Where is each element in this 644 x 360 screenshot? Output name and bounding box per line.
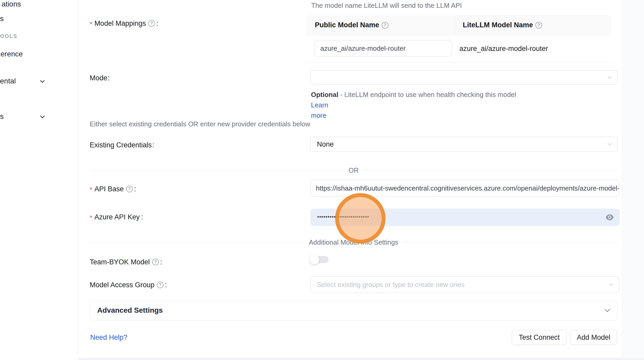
masked-password-value: •••••••••••••••••••••••••: [317, 209, 369, 226]
team-byok-label: Team-BYOK Model ? :: [90, 258, 162, 266]
label-text: API Base: [94, 185, 124, 193]
page-background: [622, 0, 644, 358]
or-divider-text: OR: [343, 166, 365, 174]
label-colon: :: [141, 213, 143, 221]
column-header-litellm-model-name: LiteLLM Model Name ?: [455, 15, 611, 35]
advanced-settings-label: Advanced Settings: [90, 306, 163, 315]
eye-icon[interactable]: [605, 212, 615, 222]
need-help-link[interactable]: Need Help?: [90, 333, 127, 342]
additional-settings-divider-text: Additional Model Info Settings: [303, 238, 404, 246]
sidebar-item-erence[interactable]: erence: [1, 50, 23, 58]
public-model-name-input[interactable]: azure_ai/azure-model-router: [314, 40, 452, 57]
input-value: https://ishaa-mh6uutut-swedencentral.cog…: [311, 184, 619, 192]
learn-more-link[interactable]: more: [311, 112, 326, 119]
mode-select[interactable]: [310, 70, 618, 84]
sidebar-nav: ations s TOOLS erence ental s: [0, 0, 78, 360]
page-background: [78, 358, 644, 360]
help-text: - LiteLLM endpoint to use when health ch…: [338, 91, 516, 99]
divider-line: [365, 170, 618, 171]
mode-label: Mode :: [90, 74, 110, 82]
add-model-button[interactable]: Add Model: [570, 330, 617, 345]
help-icon[interactable]: ?: [126, 186, 133, 192]
label-colon: :: [165, 281, 167, 289]
table-row: azure_ai/azure-model-router azure_ai/azu…: [307, 35, 611, 62]
select-value: None: [311, 140, 334, 148]
test-connect-button[interactable]: Test Connect: [512, 330, 567, 345]
chevron-down-icon: [605, 309, 610, 312]
sidebar-section-tools: TOOLS: [0, 33, 17, 39]
sidebar-item-s1[interactable]: s: [0, 15, 4, 23]
help-bold: Optional: [311, 91, 338, 99]
help-icon[interactable]: ?: [152, 259, 159, 265]
help-icon[interactable]: ?: [157, 282, 164, 288]
model-mappings-table: Public Model Name ? LiteLLM Model Name ?…: [307, 15, 611, 62]
model-mappings-label: * Model Mappings ? :: [90, 19, 158, 28]
label-colon: :: [152, 141, 154, 149]
existing-credentials-select[interactable]: None: [310, 137, 618, 152]
table-header-row: Public Model Name ? LiteLLM Model Name ?: [307, 15, 611, 35]
additional-settings-divider: Additional Model Info Settings: [90, 238, 617, 246]
label-text: Model Mappings: [94, 19, 146, 28]
required-asterisk: *: [90, 214, 92, 222]
cell-value: azure_ai/azure-model-router: [459, 45, 548, 53]
azure-api-key-input[interactable]: •••••••••••••••••••••••••: [310, 209, 620, 226]
required-asterisk: *: [90, 20, 92, 28]
select-placeholder: Select existing groups or type to create…: [311, 281, 465, 289]
divider-line: [90, 170, 343, 171]
column-header-label: LiteLLM Model Name: [463, 21, 533, 29]
or-divider: OR: [90, 166, 617, 174]
required-asterisk: *: [90, 186, 92, 194]
sidebar-item-label: ations: [2, 0, 21, 8]
public-model-name-cell: azure_ai/azure-model-router: [307, 35, 455, 62]
learn-more-link[interactable]: Learn: [311, 101, 328, 109]
sidebar-item-ations[interactable]: ations: [2, 0, 21, 8]
label-colon: :: [134, 185, 136, 193]
label-colon: :: [156, 19, 158, 28]
help-icon[interactable]: ?: [382, 22, 388, 29]
label-text: Team-BYOK Model: [90, 258, 150, 266]
sidebar-item-label: s: [0, 15, 4, 23]
model-access-group-select[interactable]: Select existing groups or type to create…: [310, 276, 619, 293]
sidebar-item-ental[interactable]: ental: [0, 77, 16, 85]
label-colon: :: [108, 74, 110, 82]
label-colon: :: [160, 258, 162, 266]
help-icon[interactable]: ?: [535, 22, 542, 29]
sidebar-section-label: TOOLS: [0, 33, 17, 39]
sidebar-item-label: s: [0, 112, 4, 120]
add-model-page: ations s TOOLS erence ental s The model …: [0, 0, 644, 360]
input-value: azure_ai/azure-model-router: [320, 44, 406, 53]
credentials-note: Either select existing credentials OR en…: [90, 120, 310, 128]
api-base-label: * API Base ? :: [90, 185, 136, 193]
model-name-hint: The model name LiteLLM will send to the …: [311, 2, 462, 10]
divider-line: [404, 242, 617, 243]
api-base-input[interactable]: https://ishaa-mh6uutut-swedencentral.cog…: [310, 180, 619, 197]
existing-credentials-label: Existing Credentials :: [90, 141, 154, 149]
label-text: Model Access Group: [90, 281, 154, 289]
chevron-down-icon: [608, 76, 612, 79]
litellm-model-name-cell: azure_ai/azure-model-router: [455, 35, 611, 62]
toggle-knob: [310, 255, 319, 264]
mode-help-text: Optional - LiteLLM endpoint to use when …: [311, 89, 529, 121]
column-header-public-model-name: Public Model Name ?: [307, 15, 455, 35]
advanced-settings-panel[interactable]: Advanced Settings: [90, 300, 617, 320]
azure-api-key-label: * Azure API Key :: [90, 213, 143, 221]
chevron-down-icon: [39, 113, 46, 120]
label-text: Existing Credentials: [90, 141, 152, 149]
help-icon[interactable]: ?: [148, 20, 155, 27]
chevron-down-icon: [608, 143, 612, 146]
model-access-group-label: Model Access Group ? :: [90, 280, 167, 289]
label-text: Mode: [90, 74, 107, 82]
label-text: Azure API Key: [94, 213, 140, 221]
team-byok-toggle[interactable]: [311, 256, 329, 263]
chevron-down-icon: [609, 283, 613, 286]
divider-line: [90, 242, 303, 243]
add-model-form-card: The model name LiteLLM will send to the …: [78, 0, 622, 358]
chevron-down-icon: [39, 78, 46, 85]
sidebar-item-label: erence: [1, 50, 23, 58]
column-header-label: Public Model Name: [315, 21, 379, 29]
sidebar-item-s2[interactable]: s: [0, 112, 4, 121]
sidebar-item-label: ental: [0, 77, 16, 85]
